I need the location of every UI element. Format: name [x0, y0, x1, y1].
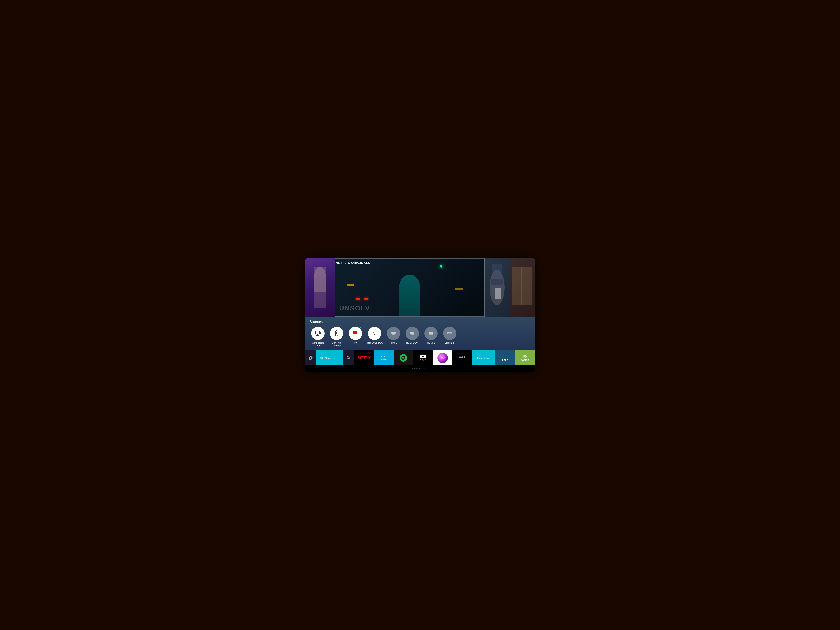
svg-point-38	[451, 333, 452, 333]
svg-rect-0	[316, 331, 320, 334]
source-button-label: Source	[325, 356, 335, 360]
banner-main-image: UNSOLV	[335, 258, 485, 317]
settings-button[interactable]	[305, 351, 316, 365]
spotify-inner	[399, 354, 407, 362]
prime-label: prime	[381, 355, 387, 358]
dot-blue	[461, 357, 463, 358]
bbc-iplayer-text: iPlayer	[420, 358, 426, 361]
search-icon	[346, 355, 351, 360]
hdmi1-icon-circle	[387, 327, 400, 340]
bottom-bar: ⇒ Source NETFLIX prime	[305, 351, 535, 365]
spotify-logo-circle	[399, 354, 407, 362]
app-tile-bbc-iplayer[interactable]: BBC iPlayer	[413, 351, 433, 365]
hdmi1-label: HDMI 1	[390, 341, 397, 344]
flash-drive-duo-icon	[371, 330, 378, 337]
banner-right-thumbnails	[485, 258, 535, 317]
banner-left-thumbnail	[305, 258, 335, 317]
tv-icon: iTV+	[352, 330, 359, 337]
flash-drive-tile-label: Flash Driv...	[477, 357, 490, 359]
games-label: GAMES	[521, 359, 529, 362]
svg-rect-17	[373, 332, 374, 333]
hdmi2dvi-icon	[409, 330, 415, 337]
svg-text:iTV+: iTV+	[354, 332, 357, 333]
svg-rect-25	[411, 333, 414, 335]
svg-point-7	[336, 332, 337, 333]
svg-rect-16	[374, 334, 375, 335]
svg-rect-30	[429, 332, 433, 333]
svg-rect-24	[410, 332, 414, 333]
source-cable-box[interactable]: Cable Box	[442, 327, 458, 347]
svg-rect-18	[392, 332, 396, 333]
banner-right-thumbnail-2	[510, 258, 535, 317]
app-tile-spotify[interactable]	[393, 351, 413, 365]
apps-label: APPS	[502, 359, 508, 362]
source-tv[interactable]: ✓ iTV+ TV	[347, 327, 364, 347]
netflix-banner: NETFLIX ORIGINALS	[305, 258, 535, 317]
universal-remote-icon	[333, 330, 340, 337]
tv-label: TV	[354, 341, 357, 344]
hdmi3-label: HDMI 3	[427, 341, 435, 344]
app-tile-mystery[interactable]	[453, 351, 472, 365]
flash-drive-duo-icon-circle	[368, 327, 381, 340]
dot-pink	[459, 357, 461, 358]
settings-gear-icon	[308, 355, 313, 360]
connection-guide-label: ConnectionGuide	[312, 341, 324, 347]
bottom-left-controls: ⇒ Source	[305, 351, 354, 365]
source-hdmi3[interactable]: HDMI 3	[423, 327, 439, 347]
hdmi3-icon-circle	[425, 327, 438, 340]
tv-screen: NETFLIX ORIGINALS	[305, 258, 535, 372]
app-tiles: NETFLIX prime video	[354, 351, 535, 365]
netflix-logo-text: NETFLIX	[358, 356, 370, 360]
mystery-dots-row1	[459, 357, 466, 358]
mystery-tile-inner	[459, 357, 466, 359]
bbc-logo: BBC	[420, 355, 426, 358]
cable-box-label: Cable Box	[445, 341, 455, 344]
app-tile-netflix[interactable]: NETFLIX	[354, 351, 374, 365]
mystery-stripe	[459, 358, 466, 359]
svg-rect-31	[429, 333, 433, 335]
hdmi3-icon	[428, 330, 434, 337]
app-tile-games[interactable]: GAMES	[515, 351, 535, 365]
hdmi2dvi-icon-circle	[406, 327, 419, 340]
cable-box-icon-circle	[443, 327, 456, 340]
tv-brand-strip: SAMSUNG	[305, 365, 535, 372]
sources-label: Sources	[309, 320, 535, 324]
spotify-icon	[401, 355, 406, 360]
connection-guide-icon	[314, 330, 321, 337]
sources-panel: Sources ConnectionGuide	[305, 317, 535, 351]
bbc-box-1: BBC	[420, 355, 426, 358]
svg-rect-9	[336, 334, 337, 335]
svg-rect-19	[392, 333, 395, 335]
source-flash-drive-duo[interactable]: Flash Drive DUO	[366, 327, 383, 347]
universal-remote-label: UniversalRemote	[332, 341, 341, 347]
source-hdmi2dvi[interactable]: HDMI 2/DVI	[404, 327, 421, 347]
source-button[interactable]: ⇒ Source	[316, 351, 343, 365]
connection-guide-icon-circle	[311, 327, 325, 340]
svg-rect-10	[336, 335, 337, 335]
itv-logo-circle: itv	[437, 353, 448, 363]
netflix-originals-title: NETFLIX ORIGINALS	[336, 261, 370, 264]
hdmi2dvi-label: HDMI 2/DVI	[406, 341, 418, 344]
hdmi1-icon	[390, 330, 397, 337]
flash-drive-duo-label: Flash Drive DUO	[366, 341, 383, 344]
source-arrow-icon: ⇒	[320, 355, 323, 360]
search-button[interactable]	[343, 351, 354, 365]
source-universal-remote[interactable]: UniversalRemote	[328, 327, 345, 347]
sources-items-list: ConnectionGuide UniversalRemote	[309, 327, 535, 347]
app-tile-apps[interactable]: APPS	[495, 351, 515, 365]
itv-text: itv	[441, 356, 444, 360]
apps-grid-icon	[503, 354, 507, 358]
tv-frame: NETFLIX ORIGINALS	[305, 258, 535, 372]
app-tile-prime-video[interactable]: prime video	[374, 351, 393, 365]
app-tile-flash-drive[interactable]: Flash Driv...	[472, 351, 495, 365]
tv-selected-checkmark: ✓	[359, 327, 362, 329]
app-tile-itv[interactable]: itv	[433, 351, 453, 365]
universal-remote-icon-circle	[330, 327, 343, 340]
source-hdmi1[interactable]: HDMI 1	[385, 327, 402, 347]
samsung-logo: SAMSUNG	[412, 368, 428, 370]
bbc-iplayer-inner: BBC iPlayer	[420, 355, 426, 361]
svg-rect-8	[336, 333, 337, 333]
games-controller-icon	[523, 354, 527, 358]
prime-video-label: video	[381, 358, 387, 360]
source-connection-guide[interactable]: ConnectionGuide	[309, 327, 326, 347]
